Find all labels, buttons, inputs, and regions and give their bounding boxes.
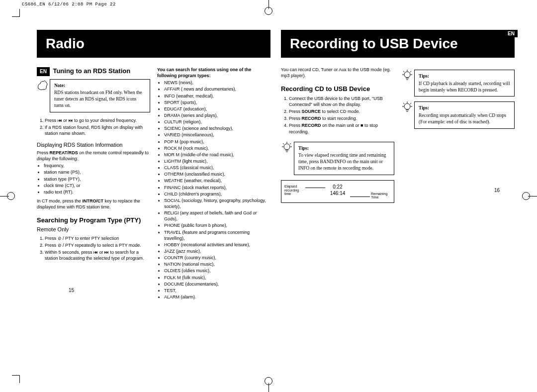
- list-item: Connect the USB device to the USB port, …: [289, 96, 394, 107]
- lightbulb-icon: [401, 69, 414, 82]
- crop-mark-bottom-left: [12, 375, 20, 383]
- note-text: RDS stations broadcast on FM only. When …: [54, 90, 142, 108]
- list-item: INFO (weather, medical),: [164, 93, 270, 99]
- list-item: COUNTR (country music),: [164, 255, 270, 261]
- note-label: Note:: [54, 83, 146, 89]
- bold-run: REPEAT/RDS: [50, 150, 78, 155]
- col-right-1: You can record CD, Tuner or Aux to the U…: [281, 67, 394, 203]
- list-item: DRAMA (series and plays),: [164, 112, 270, 118]
- list-item: WEATHE (weather, medical),: [164, 178, 270, 184]
- list-item: HOBBY (recreational activities and leisu…: [164, 242, 270, 248]
- crop-mark-top-left: [12, 9, 20, 17]
- tip-text: If CD playback is already started, recor…: [419, 81, 510, 93]
- list-item: Press ⏮ or ⏭ to go to your desired frequ…: [45, 117, 150, 123]
- list-item: radio text (RT).: [44, 189, 150, 195]
- title-band-usb: Recording to USB Device: [281, 30, 515, 58]
- tip-label: Tips:: [419, 73, 510, 80]
- list-item: SOCIAL (sociology, history, geography, p…: [164, 197, 270, 209]
- list-item: POP M (pop music),: [164, 139, 270, 145]
- display-remaining-value: 146:14: [330, 190, 346, 196]
- usb-intro: You can record CD, Tuner or Aux to the U…: [281, 67, 394, 79]
- tip-text: To view elapsed recording time and remai…: [298, 153, 386, 171]
- leader-line: [350, 196, 370, 197]
- rds-ct-tail: In CT mode, press the INTRO/CT key to re…: [37, 198, 150, 210]
- list-item: NEWS (news),: [164, 80, 270, 86]
- display-values: 0:22 146:14: [330, 184, 346, 196]
- subhead-remote-only: Remote Only: [37, 226, 150, 233]
- list-item: clock time (CT), or: [44, 183, 150, 189]
- title-band-radio: Radio: [37, 30, 270, 58]
- col-right-2: Tips: If CD playback is already started,…: [401, 67, 515, 203]
- page-right: Recording to USB Device EN You can recor…: [281, 30, 515, 203]
- heading-tuning-rds: Tuning to an RDS Station: [53, 67, 130, 75]
- display-left-label: Elapsed recording time: [284, 185, 304, 196]
- title-usb: Recording to USB Device: [290, 36, 506, 52]
- svg-point-0: [284, 144, 290, 150]
- list-item: MOR M (middle-of-the road music),: [164, 152, 270, 158]
- heading-record-cd-usb: Recording CD to USB Device: [281, 85, 394, 94]
- tip-text: Recording stops automatically when CD st…: [419, 113, 506, 124]
- bold-run: INTRO/CT: [82, 198, 103, 203]
- list-item: AFFAIR ( news and documentaries),: [164, 86, 270, 92]
- list-item: frequency,: [44, 163, 150, 169]
- col-left-1: EN Tuning to an RDS Station Note: RDS st…: [37, 67, 150, 303]
- lang-badge-left: EN: [37, 67, 50, 76]
- list-item: SCIENC (science and technology),: [164, 125, 270, 131]
- heading-search-pty: Searching by Program Type (PTY): [37, 216, 150, 225]
- text-run: Press: [37, 150, 50, 155]
- tip-box-3: Tips: Recording stops automatically when…: [414, 101, 515, 128]
- leader-line: [305, 188, 325, 188]
- list-item: SPORT (sports),: [164, 99, 270, 105]
- lightbulb-icon: [401, 101, 414, 114]
- display-diagram: Elapsed recording time 0:22 146:14 Remai…: [281, 180, 394, 203]
- lang-badge-right: EN: [505, 30, 518, 37]
- note-box: Note: RDS stations broadcast on FM only.…: [50, 79, 150, 112]
- display-right-label: Remaining Time: [371, 192, 391, 199]
- list-item: ROCK M (rock music),: [164, 145, 270, 151]
- list-item: Press ⊘ / PTY to enter PTY selection: [45, 235, 150, 241]
- list-item: TEST,: [164, 288, 270, 294]
- list-item: RELIGI (any aspect of beliefs, faith and…: [164, 210, 270, 222]
- list-item: DOCUME (documentaries),: [164, 281, 270, 287]
- list-item: CLASS (classical music),: [164, 165, 270, 171]
- list-item: Press RECORD to start recording.: [289, 115, 394, 121]
- list-item: OLDIES (oldies music),: [164, 268, 270, 274]
- list-item: TRAVEL (feature and programs concerning …: [164, 229, 270, 241]
- title-radio: Radio: [46, 36, 262, 52]
- tip-label: Tips:: [298, 145, 390, 152]
- pty-list: NEWS (news),AFFAIR ( news and documentar…: [157, 80, 270, 300]
- svg-point-2: [404, 103, 410, 109]
- display-elapsed-value: 0:22: [330, 184, 346, 190]
- pty-steps: Press ⊘ / PTY to enter PTY selection Pre…: [37, 235, 150, 262]
- page-number-left: 15: [69, 288, 74, 293]
- text-run: In CT mode, press the: [37, 198, 82, 203]
- list-item: VARIED (miscellaneous),: [164, 132, 270, 138]
- list-item: EDUCAT (education),: [164, 106, 270, 112]
- list-item: CULTUR (religion),: [164, 119, 270, 125]
- page-left: Radio EN Tuning to an RDS Station Note: …: [37, 30, 270, 303]
- tip-label: Tips:: [419, 105, 510, 111]
- tip-box-1: Tips: To view elapsed recording time and…: [294, 142, 394, 175]
- list-item: Within 5 seconds, press ⏮ or ⏭ to search…: [45, 249, 150, 261]
- list-item: station type (PTY),: [44, 176, 150, 182]
- list-item: station name (PS),: [44, 169, 150, 175]
- list-item: Press ⊘ / PTY repeatedly to select a PTY…: [45, 242, 150, 248]
- col-left-2: You can search for stations using one of…: [157, 67, 270, 303]
- page-number-right: 16: [494, 188, 500, 193]
- rds-info-intro: Press REPEAT/RDS on the remote control r…: [37, 150, 150, 162]
- note-hand-icon: [36, 79, 49, 92]
- list-item: PHONE (public forum b phone),: [164, 222, 270, 228]
- pty-intro: You can search for stations using one of…: [157, 67, 270, 79]
- list-item: ALARM (alarm).: [164, 294, 270, 300]
- list-item: Press SOURCE to select CD mode.: [289, 108, 394, 114]
- lightbulb-icon: [280, 141, 293, 154]
- rds-steps: Press ⏮ or ⏭ to go to your desired frequ…: [37, 117, 150, 136]
- subhead-display-rds-info: Displaying RDS Station Information: [37, 141, 150, 149]
- rds-info-list: frequency, station name (PS), station ty…: [37, 163, 150, 195]
- print-header: CS606_EN 6/12/06 2:08 PM Page 22: [22, 2, 116, 7]
- tip-box-2: Tips: If CD playback is already started,…: [414, 70, 515, 97]
- list-item: OTHERM (unclassified music),: [164, 171, 270, 177]
- list-item: Press RECORD on the main unit or ■ to st…: [289, 122, 394, 134]
- list-item: If a RDS station found, RDS lights on di…: [45, 124, 150, 136]
- list-item: CHILD (children's programs),: [164, 191, 270, 197]
